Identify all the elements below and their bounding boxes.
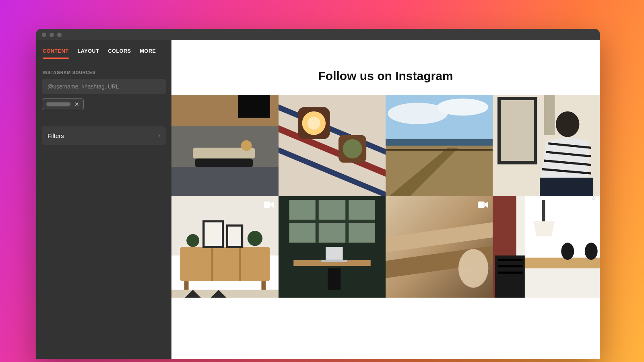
- filters-row[interactable]: Filters ›: [42, 126, 166, 145]
- svg-rect-32: [171, 196, 279, 255]
- feed-grid: [171, 95, 600, 298]
- tab-colors[interactable]: COLORS: [108, 48, 131, 59]
- preview-panel: Follow us on Instagram: [171, 40, 600, 359]
- svg-rect-38: [204, 221, 223, 247]
- svg-point-58: [458, 249, 488, 288]
- window-zoom-dot[interactable]: [57, 33, 62, 37]
- source-input[interactable]: [42, 79, 166, 94]
- photo-icon: [386, 95, 493, 196]
- svg-point-15: [343, 139, 362, 158]
- chevron-right-icon: ›: [158, 132, 160, 139]
- photo-icon: [386, 196, 493, 298]
- feed-image-2[interactable]: [279, 95, 386, 196]
- photo-icon: [493, 95, 600, 196]
- svg-point-72: [585, 243, 598, 260]
- svg-point-40: [186, 234, 199, 247]
- svg-rect-53: [321, 260, 347, 262]
- feed-image-4[interactable]: [493, 95, 600, 196]
- source-chip-row: ✕: [42, 98, 166, 110]
- feed-image-5[interactable]: [171, 196, 279, 298]
- svg-rect-64: [516, 258, 600, 269]
- window-titlebar: [36, 29, 600, 40]
- tab-layout[interactable]: LAYOUT: [78, 48, 99, 59]
- filters-label: Filters: [47, 132, 64, 139]
- window-close-dot[interactable]: [42, 33, 46, 37]
- app-window: CONTENT LAYOUT COLORS MORE INSTAGRAM SOU…: [36, 29, 600, 359]
- settings-sidebar: CONTENT LAYOUT COLORS MORE INSTAGRAM SOU…: [36, 40, 171, 359]
- svg-rect-69: [542, 200, 545, 224]
- window-minimize-dot[interactable]: [50, 33, 54, 37]
- feed-image-8[interactable]: [493, 196, 600, 298]
- svg-marker-70: [533, 221, 555, 236]
- svg-rect-54: [328, 268, 341, 290]
- svg-rect-52: [326, 247, 343, 260]
- feed-image-6[interactable]: [279, 196, 386, 298]
- sidebar-tabs: CONTENT LAYOUT COLORS MORE: [42, 47, 166, 59]
- photo-icon: [279, 95, 386, 196]
- sources-section-label: INSTAGRAM SOURCES: [42, 70, 166, 75]
- video-badge-icon: [263, 200, 275, 209]
- carousel-next-button[interactable]: ›: [592, 190, 596, 203]
- svg-rect-2: [238, 95, 270, 118]
- tab-more[interactable]: MORE: [140, 48, 156, 59]
- app-body: CONTENT LAYOUT COLORS MORE INSTAGRAM SOU…: [36, 40, 600, 359]
- svg-point-26: [556, 111, 580, 137]
- feed-image-7[interactable]: [386, 196, 493, 298]
- source-chip-text: [46, 102, 70, 106]
- svg-point-18: [437, 99, 489, 116]
- source-chip-remove[interactable]: ✕: [74, 101, 80, 108]
- svg-rect-65: [495, 255, 524, 298]
- svg-rect-59: [478, 202, 485, 208]
- tab-content[interactable]: CONTENT: [43, 48, 69, 59]
- svg-point-6: [241, 140, 252, 151]
- svg-rect-25: [544, 95, 555, 135]
- svg-point-71: [561, 243, 574, 260]
- video-badge-icon: [477, 200, 489, 209]
- feed-image-3[interactable]: [386, 95, 493, 196]
- svg-point-41: [248, 231, 262, 246]
- svg-rect-5: [171, 167, 279, 196]
- svg-rect-31: [540, 178, 593, 196]
- svg-point-13: [308, 117, 320, 130]
- svg-rect-24: [499, 99, 535, 163]
- photo-icon: [279, 196, 386, 298]
- svg-rect-39: [227, 226, 242, 247]
- preview-title: Follow us on Instagram: [171, 69, 600, 83]
- source-chip[interactable]: ✕: [42, 98, 84, 110]
- svg-rect-4: [195, 158, 253, 167]
- photo-icon: [171, 196, 279, 298]
- photo-icon: [171, 95, 279, 196]
- photo-icon: [493, 196, 600, 298]
- feed-image-1[interactable]: [171, 95, 279, 196]
- svg-rect-45: [264, 202, 270, 208]
- svg-rect-33: [180, 247, 270, 281]
- feed-grid-wrapper: ›: [171, 95, 600, 298]
